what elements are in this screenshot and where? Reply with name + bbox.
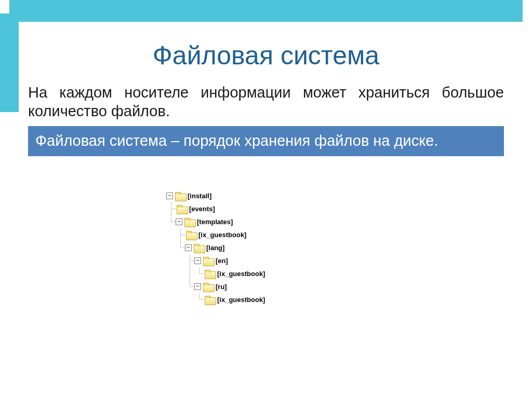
folder-icon — [203, 257, 214, 265]
collapse-icon[interactable]: − — [194, 257, 201, 264]
folder-icon — [205, 296, 215, 304]
tree-node-install[interactable]: − [install] — [166, 189, 265, 202]
folder-icon — [175, 192, 185, 200]
tree-node-ix-guestbook-2[interactable]: [ix_guestbook] — [166, 267, 265, 280]
folder-icon — [203, 283, 214, 291]
folder-icon — [205, 270, 215, 278]
tree-label: [events] — [189, 205, 215, 213]
collapse-icon[interactable]: − — [194, 283, 201, 290]
tree-node-ru[interactable]: − [ru] — [166, 280, 265, 293]
tree-node-lang[interactable]: − [lang] — [166, 241, 265, 254]
slide-title: Файловая система — [0, 40, 532, 71]
folder-tree: − [install] [events] − [templates] [ix_g… — [166, 189, 265, 306]
tree-label: [ix_guestbook] — [198, 231, 246, 239]
tree-label: [install] — [188, 192, 211, 200]
slide-top-bar — [9, 0, 523, 22]
tree-node-events[interactable]: [events] — [166, 202, 265, 215]
tree-node-ix-guestbook-3[interactable]: [ix_guestbook] — [166, 293, 265, 306]
folder-icon — [184, 218, 195, 226]
tree-node-en[interactable]: − [en] — [166, 254, 265, 267]
tree-label: [templates] — [197, 218, 233, 226]
collapse-icon[interactable]: − — [166, 193, 173, 199]
tree-node-templates[interactable]: − [templates] — [166, 215, 265, 228]
tree-label: [lang] — [206, 244, 224, 252]
tree-label: [ix_guestbook] — [217, 270, 265, 278]
tree-label: [en] — [216, 257, 228, 265]
definition-box: Файловая система – порядок хранения файл… — [28, 126, 504, 156]
tree-node-ix-guestbook-1[interactable]: [ix_guestbook] — [166, 228, 265, 241]
collapse-icon[interactable]: − — [185, 244, 192, 251]
folder-icon — [186, 231, 196, 239]
folder-icon — [177, 205, 187, 213]
intro-text: На каждом носителе информации может хран… — [28, 83, 504, 121]
tree-label: [ix_guestbook] — [217, 296, 265, 304]
collapse-icon[interactable]: − — [176, 218, 182, 225]
folder-icon — [194, 244, 204, 252]
tree-label: [ru] — [216, 283, 227, 291]
